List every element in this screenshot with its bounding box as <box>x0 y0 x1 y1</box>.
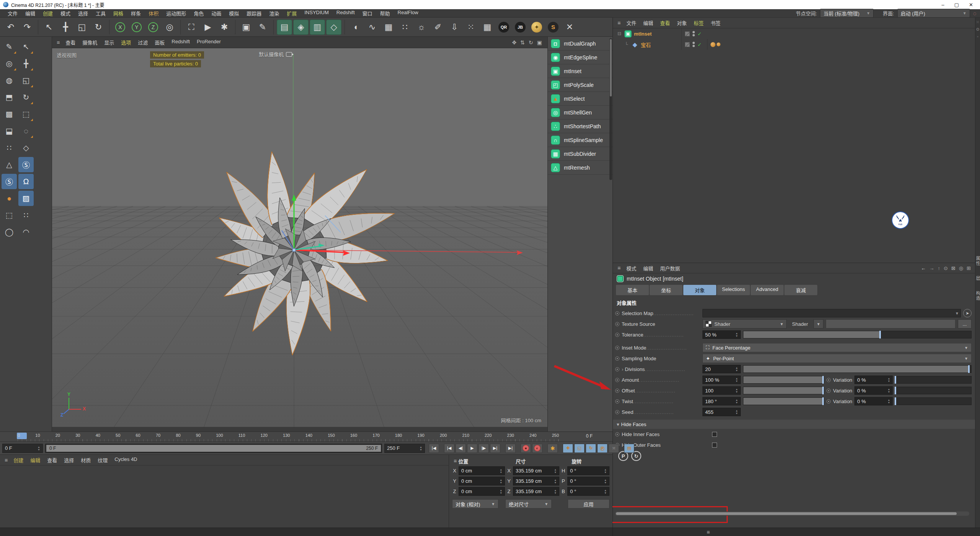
autokey-button[interactable]: ◐ <box>532 444 542 453</box>
snap-toggle-icon[interactable]: Ⓢ <box>18 157 34 172</box>
texture-source-select[interactable]: Shader ▼ <box>702 319 787 328</box>
viewport-orbit-icon[interactable]: ↻ <box>529 39 533 46</box>
spinner-icon[interactable]: ▲▼ <box>735 409 738 415</box>
rotate-tool-icon[interactable]: ↻ <box>91 20 106 35</box>
next-frame-button[interactable]: |▶ <box>479 444 489 453</box>
tag-icon[interactable] <box>717 42 720 46</box>
mtSplineSample[interactable]: ∩ mtSplineSample <box>548 133 612 147</box>
shader-dropdown[interactable]: ▼ <box>813 319 823 328</box>
goto-end-button[interactable]: ▶| <box>505 444 516 453</box>
object-row-gem[interactable]: └ ◆ 宝石 ✓ <box>613 39 980 50</box>
amount-input[interactable]: 100 %▲▼ <box>702 376 741 384</box>
lock-icon[interactable]: ⊠ <box>951 265 956 271</box>
target-icon[interactable]: ◎ <box>959 265 963 271</box>
close-button[interactable]: ✕ <box>969 2 973 8</box>
offset-variation-input[interactable]: 0 %▲▼ <box>854 386 893 395</box>
coordinate-menu-icon[interactable]: ≡ <box>452 458 458 464</box>
amount-slider[interactable] <box>743 376 824 384</box>
node-space-select[interactable]: 当前 (标准/物理)▼ <box>820 9 874 18</box>
spinner-icon[interactable]: ▲▼ <box>735 377 738 382</box>
parent-up-icon[interactable]: ↑ <box>938 265 940 271</box>
position-mode-select[interactable]: 对象 (相对)▼ <box>452 499 498 508</box>
phong-tag-icon[interactable] <box>710 42 715 47</box>
mtShellGen[interactable]: ◎ mtShellGen <box>548 106 612 119</box>
mt-list-scrollbar[interactable] <box>609 38 612 180</box>
tree-expander-icon[interactable]: ⊟ <box>617 31 622 36</box>
position-y-input[interactable]: 0 cm▲▼ <box>459 477 505 485</box>
redo-icon[interactable]: ↷ <box>20 20 35 35</box>
mt-tool-node-icon[interactable]: ◇ <box>326 20 341 35</box>
browse-button[interactable]: ... <box>958 319 972 328</box>
model-mode-icon[interactable]: ⬒ <box>2 90 17 105</box>
object-name[interactable]: 宝石 <box>641 41 679 48</box>
move-tool-icon[interactable]: ╋ <box>18 56 34 71</box>
size-y-input[interactable]: 335.159 cm▲▼ <box>513 477 559 485</box>
size-mode-select[interactable]: 绝对尺寸▼ <box>505 499 552 508</box>
make-editable-icon[interactable]: ◍ <box>2 73 17 88</box>
offset-slider[interactable] <box>743 387 824 394</box>
keyframe-dot-icon[interactable] <box>826 378 831 382</box>
lasso-select-icon[interactable]: ⬚ <box>18 106 34 122</box>
scatter-icon[interactable]: ∷ <box>397 20 413 35</box>
mtShortestPath[interactable]: ∴ mtShortestPath <box>548 119 612 133</box>
viewport-menu-icon[interactable]: ≡ <box>55 39 61 46</box>
keyframe-selection-button[interactable]: ▤ <box>624 444 634 453</box>
keyframe-dot-icon[interactable] <box>615 410 619 414</box>
key-pla-button[interactable]: ⁙ <box>609 444 619 453</box>
zoom-tool-icon[interactable]: ◎ <box>2 56 17 71</box>
key-position-button[interactable]: ✚ <box>563 444 573 453</box>
twist-input[interactable]: 180 °▲▼ <box>702 397 741 405</box>
keyframe-dot-icon[interactable] <box>826 399 831 404</box>
keyframe-dot-icon[interactable] <box>615 389 619 393</box>
interface-select[interactable]: 启动 (用户)▼ <box>897 9 970 18</box>
spinner-icon[interactable]: ▲▼ <box>887 399 890 404</box>
panel-pin-icon[interactable]: ▫ <box>977 34 978 39</box>
rotation-b-input[interactable]: 0 °▲▼ <box>567 487 609 496</box>
inset-mode-select[interactable]: ⛶ Face Percentage ▼ <box>702 343 972 352</box>
array-icon[interactable]: ▦ <box>381 20 396 35</box>
tab-layers[interactable]: 层 <box>975 276 980 281</box>
spinner-icon[interactable]: ▲▼ <box>735 332 738 337</box>
play-button[interactable]: ▶ <box>467 444 477 453</box>
live-selection-icon[interactable]: ↖ <box>41 20 57 35</box>
workplane-snap-icon[interactable]: ▨ <box>18 191 34 206</box>
view-label[interactable]: 透视视图 <box>57 51 77 59</box>
scale-tool-icon[interactable]: ◱ <box>18 73 34 88</box>
twist-variation-slider[interactable] <box>895 397 972 405</box>
add-cube-icon[interactable]: ▣ <box>238 20 254 35</box>
maximize-button[interactable]: ▢ <box>954 2 959 8</box>
pick-object-button[interactable]: ➤ <box>963 309 972 317</box>
spinner-icon[interactable]: ▲▼ <box>735 388 738 393</box>
qr-badge-icon[interactable]: QR <box>496 20 511 35</box>
panel-search-icon[interactable]: ⊙ <box>976 27 979 31</box>
mtInset[interactable]: ▣ mtInset <box>548 64 612 78</box>
divisions-input[interactable]: 20▲▼ <box>702 365 741 373</box>
axis-x-lock-icon[interactable]: X <box>113 20 128 35</box>
frame-input[interactable]: 0 F▲▼ <box>2 444 43 453</box>
amount-variation-slider[interactable] <box>895 376 972 384</box>
keyframe-dot-icon[interactable] <box>615 346 619 350</box>
history-forward-icon[interactable]: → <box>929 265 934 271</box>
render-view-icon[interactable]: ⛶ <box>184 20 199 35</box>
annotate-pen-icon[interactable]: ✐ <box>430 20 446 35</box>
position-z-input[interactable]: 0 cm▲▼ <box>459 487 505 496</box>
panel-dots-icon[interactable]: ⁙ <box>976 20 979 24</box>
polygons-mode-icon[interactable]: △ <box>2 157 17 172</box>
selection-map-dropdown[interactable]: ▼ <box>702 309 961 317</box>
table-icon[interactable]: ▦ <box>480 20 495 35</box>
ring-select-icon[interactable]: ◌ <box>18 123 34 139</box>
end-frame-input[interactable]: 250 F▲▼ <box>384 444 425 453</box>
mtEdgeSpline[interactable]: ◉ mtEdgeSpline <box>548 51 612 64</box>
magnet-snap-icon[interactable]: Ω <box>18 174 34 189</box>
history-back-icon[interactable]: ← <box>921 265 926 271</box>
divisions-slider[interactable] <box>743 365 972 373</box>
render-picture-viewer-icon[interactable]: ▶ <box>200 20 216 35</box>
mtDualGraph[interactable]: ◘ mtDualGraph <box>548 37 612 51</box>
deformer-icon[interactable]: ◖ <box>348 20 363 35</box>
lock-x-icon[interactable]: ⬚ <box>2 208 17 223</box>
x-tool-icon[interactable]: ✕ <box>562 20 577 35</box>
points-mode-icon[interactable]: ∷ <box>2 140 17 155</box>
object-name[interactable]: mtInset <box>634 31 679 37</box>
keyframe-dot-icon[interactable] <box>615 311 619 315</box>
rotate-tool-icon[interactable]: ↻ <box>18 90 34 105</box>
